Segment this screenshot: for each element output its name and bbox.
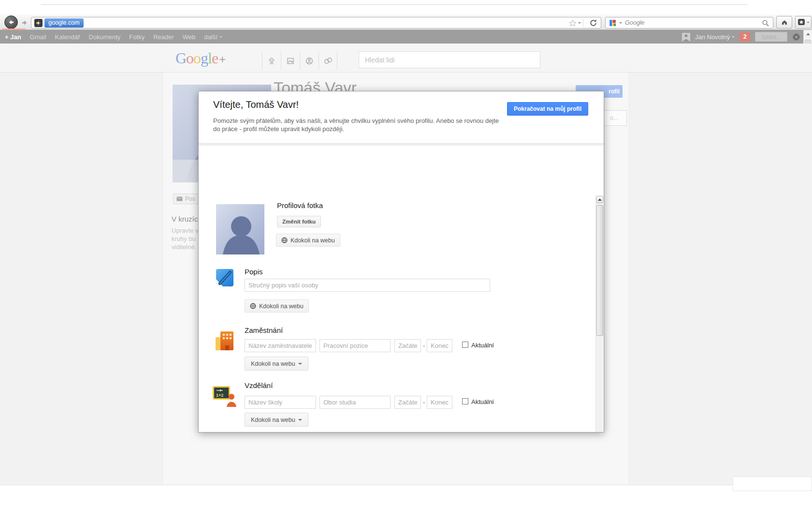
gplus-search-box xyxy=(359,51,540,68)
education-section-heading: Vzdělání xyxy=(245,381,273,389)
people-search-input[interactable] xyxy=(359,52,540,68)
urlbar-divider xyxy=(583,19,583,27)
education-visibility-dropdown[interactable]: Kdokoli na webu xyxy=(245,413,308,427)
logo-letter: e xyxy=(212,49,218,67)
search-icon[interactable] xyxy=(762,19,769,27)
continue-to-profile-button[interactable]: Pokračovat na můj profil xyxy=(507,102,588,116)
employment-end-input[interactable] xyxy=(427,339,452,352)
employment-visibility-dropdown[interactable]: Kdokoli na webu xyxy=(245,357,308,371)
google-sandbar: + Jan Gmail Kalendář Dokumenty Fotky Rea… xyxy=(0,30,812,44)
visibility-label: Kdokoli na webu xyxy=(290,237,335,244)
chevron-down-icon xyxy=(298,363,302,365)
logo-letter: G xyxy=(175,49,186,67)
globe-icon xyxy=(250,303,256,309)
visibility-label: Kdokoli na webu xyxy=(251,417,295,423)
employment-building-icon xyxy=(215,329,235,352)
tab-photos[interactable] xyxy=(281,52,300,70)
forward-button[interactable] xyxy=(20,18,29,27)
refresh-icon[interactable] xyxy=(589,19,597,27)
visibility-label: Kdokoli na webu xyxy=(251,360,295,367)
subtitle-line: do práce - profil můžete upravit kdykoli… xyxy=(213,125,499,133)
send-button-label: Pos xyxy=(185,195,195,202)
google-search-engine-icon xyxy=(609,19,617,27)
gplus-logo[interactable]: Google+ xyxy=(175,49,225,67)
photos-icon xyxy=(286,56,295,66)
user-name: Jan Novotný xyxy=(695,33,730,41)
scroll-up-button[interactable] xyxy=(596,196,603,203)
text-line: viditelné. xyxy=(172,243,199,251)
sandbar-item-dalsi-label: další xyxy=(204,33,217,41)
dialog-body: Profilová fotka Změnit fotku Kdokoli na … xyxy=(199,143,604,432)
home-icon xyxy=(781,18,788,26)
tab-circles[interactable] xyxy=(319,52,337,70)
url-bar[interactable]: google.com xyxy=(31,17,601,29)
sandbar-item-plus-jan[interactable]: + Jan xyxy=(5,33,21,41)
in-circles-heading: V kruzích xyxy=(172,215,202,223)
user-menu[interactable]: Jan Novotný xyxy=(695,33,735,41)
sandbar-item-reader[interactable]: Reader xyxy=(153,33,174,41)
circles-icon xyxy=(323,56,333,66)
search-engine-caret-icon[interactable] xyxy=(619,22,622,24)
education-current-label: Aktuální xyxy=(471,398,494,405)
forward-arrow-icon xyxy=(21,19,29,27)
avatar-placeholder-icon xyxy=(216,204,264,254)
bookmarks-panel-button[interactable] xyxy=(795,16,812,29)
screen: google.com Google xyxy=(0,0,812,508)
profile-photo-thumbnail[interactable] xyxy=(216,204,264,254)
tab-profile[interactable] xyxy=(300,52,319,70)
logo-plus: + xyxy=(219,53,225,66)
change-photo-button[interactable]: Změnit fotku xyxy=(277,216,321,227)
envelope-icon xyxy=(176,196,183,201)
employment-start-input[interactable] xyxy=(394,339,421,352)
text-line: kruhy bu xyxy=(172,235,199,243)
googleplus-favicon xyxy=(34,19,43,27)
sandbar-item-gmail[interactable]: Gmail xyxy=(30,33,46,41)
date-separator: - xyxy=(423,399,425,406)
education-start-input[interactable] xyxy=(394,396,421,409)
sandbar-user-area: Jan Novotný 2 Sdílet... xyxy=(682,30,800,44)
employer-input[interactable] xyxy=(245,339,316,352)
school-input[interactable] xyxy=(245,396,316,409)
back-arrow-icon xyxy=(7,18,15,26)
url-text-selected[interactable]: google.com xyxy=(44,18,84,28)
scroll-up-icon[interactable] xyxy=(806,33,810,35)
sandbar-item-fotky[interactable]: Fotky xyxy=(129,33,145,41)
tab-stream[interactable] xyxy=(262,52,281,70)
search-placeholder: Google xyxy=(625,19,644,26)
notifications-badge[interactable]: 2 xyxy=(740,32,750,42)
user-avatar[interactable] xyxy=(682,33,690,41)
logo-letter: o xyxy=(186,49,193,67)
education-end-input[interactable] xyxy=(427,396,452,409)
dialog-title: Vítejte, Tomáš Vavr! xyxy=(213,99,299,110)
sandbar-item-kalendar[interactable]: Kalendář xyxy=(55,33,80,41)
sandbar-item-web[interactable]: Web xyxy=(183,33,196,41)
sandbar-nav: + Jan Gmail Kalendář Dokumenty Fotky Rea… xyxy=(5,30,222,44)
bookmark-caret-icon[interactable] xyxy=(578,22,581,24)
bookmark-star-icon[interactable] xyxy=(569,19,577,27)
position-input[interactable] xyxy=(319,339,391,352)
about-pencil-icon xyxy=(215,267,236,288)
employment-current-label: Aktuální xyxy=(471,342,494,349)
sandbar-item-dokumenty[interactable]: Dokumenty xyxy=(89,33,121,41)
dialog-subtitle: Pomozte svým přátelům, aby vás našli, a … xyxy=(213,117,499,133)
scrollbar-thumb[interactable] xyxy=(596,205,603,336)
employment-current-checkbox[interactable] xyxy=(462,342,468,348)
svg-text:1+2: 1+2 xyxy=(216,393,223,398)
about-input[interactable] xyxy=(245,279,490,292)
browser-search-box[interactable]: Google xyxy=(605,17,773,29)
window-top-edge xyxy=(41,4,748,5)
in-circles-text: Upravte v kruhy bu viditelné. xyxy=(172,226,199,251)
share-button[interactable]: Sdílet... xyxy=(755,32,787,42)
dialog-scrollbar[interactable] xyxy=(595,195,603,432)
education-current-checkbox[interactable] xyxy=(462,398,468,404)
sandbar-item-dalsi[interactable]: další xyxy=(204,33,222,41)
photo-visibility-button[interactable]: Kdokoli na webu xyxy=(276,234,340,247)
about-visibility-button[interactable]: Kdokoli na webu xyxy=(245,299,309,313)
back-button[interactable] xyxy=(4,15,18,29)
gear-icon[interactable] xyxy=(792,33,800,41)
employment-section-heading: Zaměstnání xyxy=(245,326,283,334)
page-bottom-band xyxy=(0,485,812,508)
welcome-dialog: Vítejte, Tomáš Vavr! Pomozte svým přátel… xyxy=(198,91,604,433)
home-button[interactable] xyxy=(776,16,792,29)
field-of-study-input[interactable] xyxy=(319,396,391,409)
